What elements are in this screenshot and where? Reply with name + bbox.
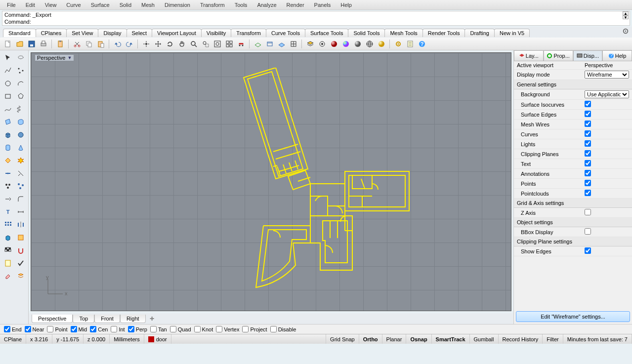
rectangle-icon[interactable] <box>2 91 13 102</box>
set-view-icon[interactable] <box>289 39 298 49</box>
panel-tab-properties[interactable]: Prop... <box>544 50 573 61</box>
open-file-icon[interactable] <box>15 39 25 49</box>
viewport-title[interactable]: Perspective▼ <box>35 55 74 61</box>
viewport[interactable]: Perspective▼ xy <box>31 52 511 311</box>
display-mode-select[interactable]: Wireframe <box>585 71 629 79</box>
status-ortho[interactable]: Ortho <box>359 334 382 344</box>
clipboard-icon[interactable] <box>55 39 65 49</box>
text-icon[interactable]: T <box>2 206 13 217</box>
viewport-tab-perspective[interactable]: Perspective <box>32 315 73 323</box>
menu-analyze[interactable]: Analyze <box>252 1 281 9</box>
join-icon[interactable] <box>2 168 13 179</box>
extend-icon[interactable] <box>2 194 13 204</box>
tab-rendertools[interactable]: Render Tools <box>422 29 465 37</box>
menu-file[interactable]: File <box>2 1 21 9</box>
osnap-vertex[interactable] <box>216 326 222 332</box>
undo-icon[interactable] <box>113 39 123 49</box>
select-point-icon[interactable] <box>141 39 151 49</box>
menu-tools[interactable]: Tools <box>230 1 253 9</box>
copy-icon[interactable] <box>84 39 94 49</box>
cplane-icon[interactable] <box>253 39 263 49</box>
help-icon[interactable]: ? <box>417 39 427 49</box>
named-view-icon[interactable] <box>265 39 275 49</box>
eraser-icon[interactable] <box>2 271 13 282</box>
surface-edge-icon[interactable] <box>15 117 26 127</box>
circle-icon[interactable] <box>2 78 13 89</box>
tab-transform[interactable]: Transform <box>231 29 266 37</box>
rotate-icon[interactable] <box>165 39 175 49</box>
command-scroll-up-icon[interactable]: ▲ <box>623 11 629 15</box>
osnap-end[interactable] <box>4 326 10 332</box>
background-select[interactable]: Use Application S... <box>585 90 629 98</box>
osnap-perp[interactable] <box>128 326 134 332</box>
render-sphere-rainbow-icon[interactable] <box>341 39 351 49</box>
tab-surfacetools[interactable]: Surface Tools <box>305 29 348 37</box>
osnap-mid[interactable] <box>71 326 77 332</box>
menu-dimension[interactable]: Dimension <box>160 1 195 9</box>
tab-standard[interactable]: Standard <box>3 29 36 37</box>
snap-icon[interactable] <box>15 245 26 256</box>
osnap-point[interactable] <box>47 326 53 332</box>
tab-viewport-layout[interactable]: Viewport Layout <box>152 29 202 37</box>
toolbar-options-gear-icon[interactable] <box>622 28 629 35</box>
clipping-planes-checkbox[interactable] <box>585 150 591 157</box>
cone-icon[interactable] <box>15 142 26 153</box>
options-gear-icon[interactable] <box>393 39 403 49</box>
bbox-display-checkbox[interactable] <box>585 228 591 235</box>
text-checkbox[interactable] <box>585 160 591 166</box>
status-cplane[interactable]: CPlane <box>0 334 26 344</box>
surface-isocurves-checkbox[interactable] <box>585 101 591 107</box>
menu-mesh[interactable]: Mesh <box>136 1 160 9</box>
render-icon[interactable] <box>2 232 13 243</box>
mirror-icon[interactable] <box>15 219 26 230</box>
panel-tab-display[interactable]: Disp... <box>573 50 603 61</box>
viewport-dropdown-icon[interactable]: ▼ <box>67 55 72 60</box>
layer-state-icon[interactable] <box>15 271 26 282</box>
zoom-window-icon[interactable] <box>201 39 211 49</box>
render-sphere-gray-icon[interactable] <box>353 39 363 49</box>
pointer-icon[interactable] <box>2 52 13 63</box>
render-sphere-red-icon[interactable] <box>329 39 339 49</box>
status-smarttrack[interactable]: SmartTrack <box>432 334 470 344</box>
menu-panels[interactable]: Panels <box>309 1 336 9</box>
helix-icon[interactable] <box>15 104 26 115</box>
tab-solidtools[interactable]: Solid Tools <box>348 29 385 37</box>
menu-surface[interactable]: Surface <box>86 1 115 9</box>
properties-icon[interactable] <box>405 39 415 49</box>
status-gridsnap[interactable]: Grid Snap <box>326 334 359 344</box>
osnap-cen[interactable] <box>90 326 96 332</box>
status-planar[interactable]: Planar <box>382 334 407 344</box>
menu-edit[interactable]: Edit <box>21 1 40 9</box>
surface-edges-checkbox[interactable] <box>585 111 591 117</box>
menu-transform[interactable]: Transform <box>195 1 230 9</box>
menu-curve[interactable]: Curve <box>61 1 85 9</box>
notes-icon[interactable] <box>2 258 13 269</box>
mesh-tools-icon[interactable] <box>2 155 13 166</box>
box-icon[interactable] <box>2 129 13 140</box>
layers-icon[interactable] <box>305 39 315 49</box>
tab-drafting[interactable]: Drafting <box>464 29 495 37</box>
tab-select[interactable]: Select <box>126 29 153 37</box>
edit-wireframe-settings-button[interactable]: Edit "Wireframe" settings... <box>516 311 630 322</box>
tab-setview[interactable]: Set View <box>66 29 98 37</box>
paste-icon[interactable] <box>96 39 106 49</box>
osnap-near[interactable] <box>25 326 31 332</box>
render-sphere-wire-icon[interactable] <box>365 39 375 49</box>
osnap-quad[interactable] <box>170 326 176 332</box>
show-edges-checkbox[interactable] <box>585 247 591 254</box>
named-cplane-icon[interactable] <box>277 39 287 49</box>
status-layer[interactable]: door <box>144 334 171 344</box>
osnap-tan[interactable] <box>150 326 157 332</box>
menu-solid[interactable]: Solid <box>115 1 136 9</box>
new-file-icon[interactable] <box>3 39 13 49</box>
status-gumball[interactable]: Gumball <box>470 334 499 344</box>
point-icon[interactable] <box>15 65 26 76</box>
mesh-wires-checkbox[interactable] <box>585 121 591 127</box>
curves-checkbox[interactable] <box>585 130 591 137</box>
status-osnap[interactable]: Osnap <box>406 334 431 344</box>
status-filter[interactable]: Filter <box>543 334 563 344</box>
array-icon[interactable] <box>2 219 13 230</box>
menu-render[interactable]: Render <box>282 1 309 9</box>
fillet-icon[interactable] <box>15 194 26 204</box>
dimension-icon[interactable] <box>15 206 26 217</box>
